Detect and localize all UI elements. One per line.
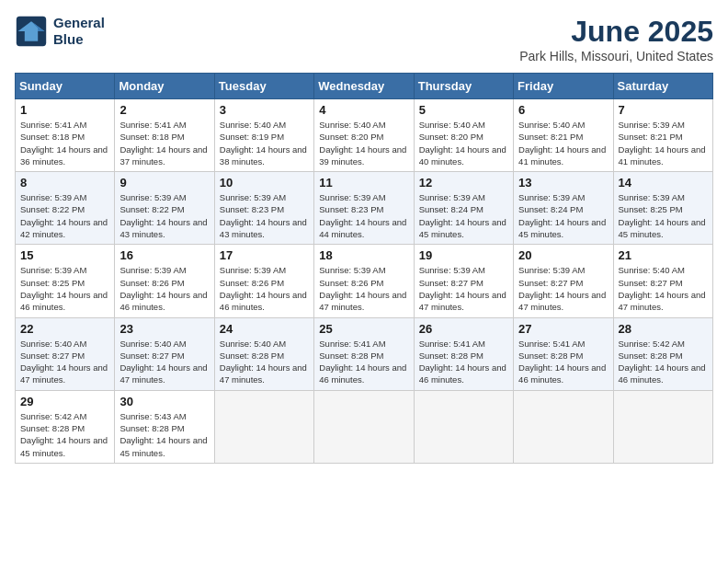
day-cell-2: 2Sunrise: 5:41 AMSunset: 8:18 PMDaylight… — [115, 99, 214, 172]
title-block: June 2025 Park Hills, Missouri, United S… — [519, 15, 713, 63]
day-cell-14: 14Sunrise: 5:39 AMSunset: 8:25 PMDayligh… — [613, 172, 712, 245]
day-detail: Sunrise: 5:39 AMSunset: 8:23 PMDaylight:… — [220, 192, 307, 239]
day-cell-20: 20Sunrise: 5:39 AMSunset: 8:27 PMDayligh… — [514, 245, 613, 317]
day-detail: Sunrise: 5:39 AMSunset: 8:22 PMDaylight:… — [119, 192, 207, 239]
day-number: 25 — [319, 322, 408, 336]
day-number: 10 — [220, 176, 309, 190]
day-cell-4: 4Sunrise: 5:40 AMSunset: 8:20 PMDaylight… — [314, 99, 414, 172]
weekday-header-monday: Monday — [115, 74, 214, 99]
day-cell-24: 24Sunrise: 5:40 AMSunset: 8:28 PMDayligh… — [214, 317, 313, 390]
calendar-week-1: 1Sunrise: 5:41 AMSunset: 8:18 PMDaylight… — [16, 99, 713, 172]
day-number: 3 — [220, 103, 309, 117]
day-cell-10: 10Sunrise: 5:39 AMSunset: 8:23 PMDayligh… — [214, 172, 313, 245]
day-number: 4 — [319, 103, 408, 117]
day-cell-9: 9Sunrise: 5:39 AMSunset: 8:22 PMDaylight… — [115, 172, 214, 245]
day-detail: Sunrise: 5:42 AMSunset: 8:28 PMDaylight:… — [20, 411, 108, 458]
day-number: 17 — [220, 248, 309, 262]
day-detail: Sunrise: 5:40 AMSunset: 8:27 PMDaylight:… — [20, 339, 108, 385]
day-detail: Sunrise: 5:41 AMSunset: 8:18 PMDaylight:… — [20, 120, 108, 167]
page-header: General Blue June 2025 Park Hills, Misso… — [15, 15, 713, 63]
day-number: 24 — [220, 322, 309, 336]
calendar-week-4: 22Sunrise: 5:40 AMSunset: 8:27 PMDayligh… — [16, 317, 713, 390]
day-number: 6 — [518, 103, 608, 117]
day-number: 7 — [619, 103, 708, 117]
day-detail: Sunrise: 5:39 AMSunset: 8:26 PMDaylight:… — [119, 265, 207, 312]
day-cell-5: 5Sunrise: 5:40 AMSunset: 8:20 PMDaylight… — [414, 99, 513, 172]
day-number: 29 — [20, 395, 109, 408]
calendar-week-2: 8Sunrise: 5:39 AMSunset: 8:22 PMDaylight… — [16, 172, 713, 245]
day-detail: Sunrise: 5:39 AMSunset: 8:26 PMDaylight:… — [220, 265, 307, 312]
day-cell-1: 1Sunrise: 5:41 AMSunset: 8:18 PMDaylight… — [16, 99, 115, 172]
day-cell-23: 23Sunrise: 5:40 AMSunset: 8:27 PMDayligh… — [115, 317, 214, 390]
day-cell-11: 11Sunrise: 5:39 AMSunset: 8:23 PMDayligh… — [314, 172, 414, 245]
day-detail: Sunrise: 5:43 AMSunset: 8:28 PMDaylight:… — [119, 411, 207, 458]
day-number: 18 — [319, 248, 408, 262]
day-cell-18: 18Sunrise: 5:39 AMSunset: 8:26 PMDayligh… — [314, 245, 414, 317]
day-cell-22: 22Sunrise: 5:40 AMSunset: 8:27 PMDayligh… — [16, 317, 115, 390]
day-number: 1 — [20, 103, 109, 117]
day-detail: Sunrise: 5:40 AMSunset: 8:21 PMDaylight:… — [518, 120, 606, 167]
day-detail: Sunrise: 5:39 AMSunset: 8:25 PMDaylight:… — [619, 192, 706, 239]
weekday-header-friday: Friday — [514, 74, 613, 99]
empty-cell — [314, 390, 414, 463]
day-number: 9 — [119, 176, 209, 190]
day-cell-12: 12Sunrise: 5:39 AMSunset: 8:24 PMDayligh… — [414, 172, 513, 245]
day-detail: Sunrise: 5:41 AMSunset: 8:28 PMDaylight:… — [319, 339, 406, 385]
location: Park Hills, Missouri, United States — [519, 49, 713, 63]
day-cell-13: 13Sunrise: 5:39 AMSunset: 8:24 PMDayligh… — [514, 172, 613, 245]
calendar-week-3: 15Sunrise: 5:39 AMSunset: 8:25 PMDayligh… — [16, 245, 713, 317]
day-cell-27: 27Sunrise: 5:41 AMSunset: 8:28 PMDayligh… — [514, 317, 613, 390]
day-cell-3: 3Sunrise: 5:40 AMSunset: 8:19 PMDaylight… — [214, 99, 313, 172]
day-cell-30: 30Sunrise: 5:43 AMSunset: 8:28 PMDayligh… — [115, 390, 214, 463]
day-cell-7: 7Sunrise: 5:39 AMSunset: 8:21 PMDaylight… — [613, 99, 712, 172]
calendar-week-5: 29Sunrise: 5:42 AMSunset: 8:28 PMDayligh… — [16, 390, 713, 463]
day-detail: Sunrise: 5:40 AMSunset: 8:27 PMDaylight:… — [619, 265, 706, 312]
day-number: 26 — [419, 322, 508, 336]
day-detail: Sunrise: 5:41 AMSunset: 8:28 PMDaylight:… — [419, 339, 506, 385]
day-number: 2 — [119, 103, 209, 117]
day-detail: Sunrise: 5:39 AMSunset: 8:24 PMDaylight:… — [518, 192, 606, 239]
day-cell-15: 15Sunrise: 5:39 AMSunset: 8:25 PMDayligh… — [16, 245, 115, 317]
day-detail: Sunrise: 5:40 AMSunset: 8:27 PMDaylight:… — [119, 339, 207, 385]
empty-cell — [514, 390, 613, 463]
day-cell-16: 16Sunrise: 5:39 AMSunset: 8:26 PMDayligh… — [115, 245, 214, 317]
day-cell-26: 26Sunrise: 5:41 AMSunset: 8:28 PMDayligh… — [414, 317, 513, 390]
day-cell-28: 28Sunrise: 5:42 AMSunset: 8:28 PMDayligh… — [613, 317, 712, 390]
day-number: 21 — [619, 248, 708, 262]
day-detail: Sunrise: 5:39 AMSunset: 8:23 PMDaylight:… — [319, 192, 406, 239]
day-number: 27 — [518, 322, 608, 336]
day-detail: Sunrise: 5:41 AMSunset: 8:18 PMDaylight:… — [119, 120, 207, 167]
weekday-header-sunday: Sunday — [16, 74, 115, 99]
day-number: 13 — [518, 176, 608, 190]
day-cell-25: 25Sunrise: 5:41 AMSunset: 8:28 PMDayligh… — [314, 317, 414, 390]
day-number: 30 — [119, 395, 209, 408]
day-detail: Sunrise: 5:39 AMSunset: 8:27 PMDaylight:… — [518, 265, 606, 312]
day-cell-8: 8Sunrise: 5:39 AMSunset: 8:22 PMDaylight… — [16, 172, 115, 245]
day-number: 15 — [20, 248, 109, 262]
day-number: 8 — [20, 176, 109, 190]
day-detail: Sunrise: 5:40 AMSunset: 8:20 PMDaylight:… — [319, 120, 406, 167]
logo: General Blue — [15, 15, 105, 48]
empty-cell — [613, 390, 712, 463]
day-number: 22 — [20, 322, 109, 336]
empty-cell — [214, 390, 313, 463]
logo-text: General Blue — [53, 15, 105, 48]
weekday-header-saturday: Saturday — [613, 74, 712, 99]
day-number: 28 — [619, 322, 708, 336]
day-number: 19 — [419, 248, 508, 262]
day-cell-19: 19Sunrise: 5:39 AMSunset: 8:27 PMDayligh… — [414, 245, 513, 317]
logo-icon — [15, 15, 48, 48]
day-detail: Sunrise: 5:39 AMSunset: 8:22 PMDaylight:… — [20, 192, 108, 239]
weekday-header-tuesday: Tuesday — [214, 74, 313, 99]
day-number: 23 — [119, 322, 209, 336]
day-number: 12 — [419, 176, 508, 190]
weekday-header-thursday: Thursday — [414, 74, 513, 99]
day-cell-29: 29Sunrise: 5:42 AMSunset: 8:28 PMDayligh… — [16, 390, 115, 463]
day-detail: Sunrise: 5:39 AMSunset: 8:25 PMDaylight:… — [20, 265, 108, 312]
day-detail: Sunrise: 5:40 AMSunset: 8:20 PMDaylight:… — [419, 120, 506, 167]
day-cell-21: 21Sunrise: 5:40 AMSunset: 8:27 PMDayligh… — [613, 245, 712, 317]
day-detail: Sunrise: 5:41 AMSunset: 8:28 PMDaylight:… — [518, 339, 606, 385]
day-detail: Sunrise: 5:42 AMSunset: 8:28 PMDaylight:… — [619, 339, 706, 385]
day-number: 14 — [619, 176, 708, 190]
calendar-table: SundayMondayTuesdayWednesdayThursdayFrid… — [15, 73, 713, 464]
